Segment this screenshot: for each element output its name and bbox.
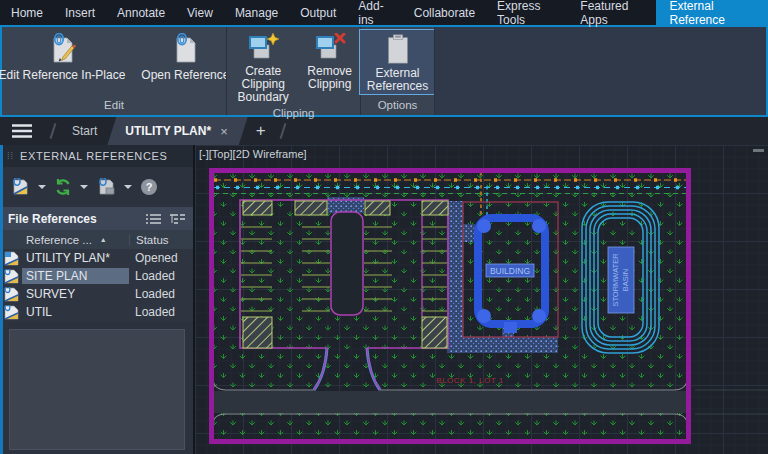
file-status: Loaded [129, 269, 193, 283]
change-path-icon[interactable] [96, 178, 116, 196]
palette-edge-bar[interactable] [0, 145, 3, 454]
tab-collaborate[interactable]: Collaborate [403, 0, 486, 25]
attach-dropdown-caret[interactable] [38, 185, 46, 189]
viewport-controls-label[interactable]: [-][Top][2D Wireframe] [199, 148, 307, 160]
file-status: Loaded [129, 287, 193, 301]
column-header-reference[interactable]: Reference ... ▲ [0, 234, 129, 246]
reference-detail-pane [9, 329, 185, 450]
basin-label-line1: STORMWATER [611, 253, 620, 307]
file-references-list: UTILITY PLAN* Opened SITE PLAN Loaded SU… [0, 249, 193, 321]
remove-clipping-label: Remove Clipping [307, 65, 352, 91]
sort-ascending-icon: ▲ [100, 236, 107, 243]
file-row-survey[interactable]: SURVEY Loaded [0, 285, 193, 303]
close-tab-icon[interactable]: × [220, 124, 228, 139]
tab-insert[interactable]: Insert [54, 0, 106, 25]
ribbon: Edit Reference In-Place Open Reference E… [0, 25, 768, 117]
open-reference-label: Open Reference [141, 69, 229, 82]
block-lot-label: BLOCK 1, LOT 1 [436, 376, 503, 385]
column-header-status[interactable]: Status [129, 234, 193, 246]
dwg-xref-file-icon [0, 305, 22, 320]
file-status: Opened [129, 251, 193, 265]
dwg-xref-file-icon [0, 269, 22, 284]
ribbon-panel-options: External References Options [361, 27, 434, 115]
main-area: ⁞⁞ EXTERNAL REFERENCES [0, 145, 768, 454]
tree-view-icon[interactable] [170, 213, 185, 225]
dwg-xref-file-icon [0, 287, 22, 302]
attach-reference-icon[interactable] [10, 178, 30, 196]
file-list-column-headers: Reference ... ▲ Status [0, 230, 193, 249]
file-references-header: File References [0, 207, 193, 230]
remove-clipping-button[interactable]: Remove Clipping [299, 29, 360, 93]
refresh-icon[interactable] [54, 178, 72, 196]
file-status: Loaded [129, 305, 193, 319]
tab-manage[interactable]: Manage [224, 0, 289, 25]
tab-express-tools[interactable]: Express Tools [486, 0, 569, 25]
tab-annotate[interactable]: Annotate [106, 0, 176, 25]
help-icon[interactable]: ? [140, 178, 158, 196]
tab-view[interactable]: View [176, 0, 224, 25]
ribbon-panel-clipping: Create Clipping Boundary Remove Clipping… [227, 27, 360, 115]
tab-add-ins[interactable]: Add-ins [347, 0, 402, 25]
external-references-button[interactable]: External References [359, 29, 436, 95]
svg-text:?: ? [146, 181, 153, 193]
edit-reference-icon [45, 33, 79, 67]
change-path-dropdown-caret[interactable] [124, 185, 132, 189]
file-row-util[interactable]: UTIL Loaded [0, 303, 193, 321]
dwg-file-icon [0, 251, 22, 266]
tab-home[interactable]: Home [0, 0, 54, 25]
file-references-title: File References [8, 212, 146, 226]
panel-label-edit: Edit [2, 98, 226, 115]
tab-featured-apps[interactable]: Featured Apps [569, 0, 655, 25]
drawing-canvas[interactable]: BUILDING STORMWATER BASIN [195, 145, 768, 454]
open-reference-button[interactable]: Open Reference [133, 29, 237, 84]
tab-external-reference[interactable]: External Reference [656, 0, 768, 25]
file-name: UTIL [22, 304, 129, 320]
tab-divider [279, 123, 286, 139]
file-row-utility-plan[interactable]: UTILITY PLAN* Opened [0, 249, 193, 267]
file-tab-bar: Start UTILITY PLAN* × + [0, 117, 768, 145]
tab-divider [50, 123, 57, 139]
create-clipping-boundary-label: Create Clipping Boundary [235, 65, 291, 104]
external-references-icon [382, 33, 414, 65]
ribbon-tab-bar: Home Insert Annotate View Manage Output … [0, 0, 768, 25]
palette-toolbar: ? [0, 167, 193, 207]
palette-grip-icon: ⁞⁞ [7, 151, 14, 161]
ribbon-empty-area [435, 27, 766, 115]
file-row-site-plan[interactable]: SITE PLAN Loaded [0, 267, 193, 285]
file-tab-start[interactable]: Start [62, 117, 107, 145]
open-reference-icon [168, 33, 202, 67]
external-references-palette: ⁞⁞ EXTERNAL REFERENCES [0, 145, 193, 454]
create-clipping-boundary-button[interactable]: Create Clipping Boundary [227, 29, 299, 106]
remove-clipping-icon [313, 33, 347, 63]
file-tab-utility-plan[interactable]: UTILITY PLAN* × [107, 117, 247, 145]
basin-label-line2: BASIN [621, 269, 630, 292]
refresh-dropdown-caret[interactable] [80, 185, 88, 189]
file-tab-label: UTILITY PLAN* [125, 124, 211, 138]
external-references-label: External References [367, 67, 428, 93]
hamburger-menu-icon[interactable] [0, 117, 44, 145]
new-tab-button[interactable]: + [248, 117, 274, 145]
file-name: SURVEY [22, 286, 129, 302]
palette-title: EXTERNAL REFERENCES [20, 150, 167, 162]
panel-label-options: Options [361, 98, 434, 115]
file-name: UTILITY PLAN* [22, 250, 129, 266]
file-name: SITE PLAN [22, 268, 129, 284]
reference-column-label: Reference ... [26, 234, 92, 246]
palette-title-bar[interactable]: ⁞⁞ EXTERNAL REFERENCES [0, 145, 193, 167]
building-label: BUILDING [490, 266, 530, 276]
edit-reference-in-place-button[interactable]: Edit Reference In-Place [0, 29, 133, 84]
tab-output[interactable]: Output [289, 0, 347, 25]
list-view-icon[interactable] [146, 213, 161, 225]
ribbon-panel-edit: Edit Reference In-Place Open Reference E… [2, 27, 226, 115]
create-clipping-boundary-icon [246, 33, 280, 63]
edit-reference-in-place-label: Edit Reference In-Place [0, 69, 125, 82]
